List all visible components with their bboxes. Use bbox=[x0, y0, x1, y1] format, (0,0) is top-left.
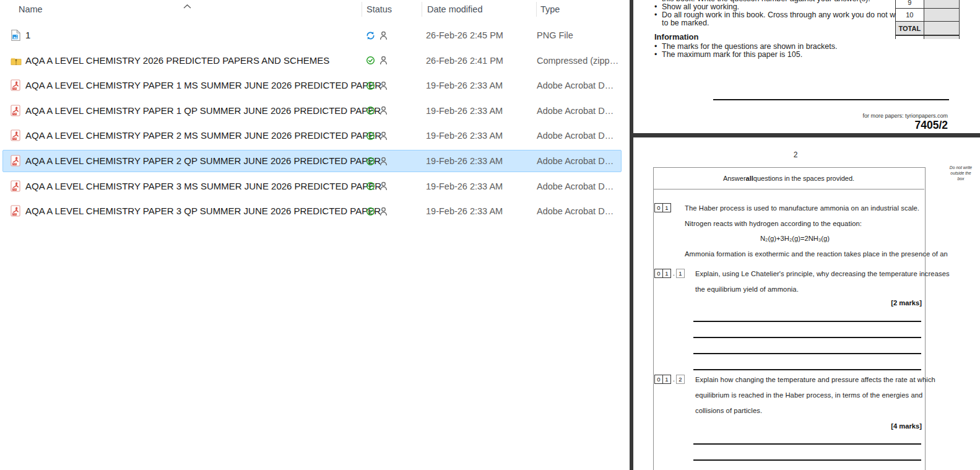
q01-2-line2: equilibrium is reached in the Haber proc… bbox=[695, 391, 922, 399]
file-date-modified: 19-Feb-26 2:33 AM bbox=[426, 150, 503, 172]
shared-person-icon bbox=[379, 181, 388, 191]
marks-total-value bbox=[924, 22, 959, 36]
file-row[interactable]: PDF AQA A LEVEL CHEMISTRY PAPER 1 MS SUM… bbox=[2, 74, 622, 97]
marks-table-stub bbox=[896, 35, 924, 39]
q01-line2: Nitrogen reacts with hydrogen according … bbox=[685, 220, 862, 227]
marks-row-label: 9 bbox=[896, 0, 924, 9]
column-header-status[interactable]: Status bbox=[366, 0, 392, 19]
file-date-modified: 19-Feb-26 2:33 AM bbox=[426, 75, 503, 96]
pdf-preview-pane[interactable]: this book. Write the question number aga… bbox=[630, 0, 980, 470]
pdf-file-icon: PDF bbox=[11, 105, 20, 116]
file-row[interactable]: AQA A LEVEL CHEMISTRY 2026 PREDICTED PAP… bbox=[2, 50, 622, 72]
sync-icon bbox=[366, 31, 375, 40]
paper-code: 7405/2 bbox=[713, 119, 948, 132]
file-type-icon: PDF bbox=[11, 79, 22, 92]
png-file-icon bbox=[11, 29, 21, 41]
bullet: • bbox=[654, 42, 657, 51]
question-subdigit: 1 bbox=[676, 269, 685, 278]
file-type-icon bbox=[11, 54, 22, 67]
file-type: Adobe Acrobat D… bbox=[537, 75, 614, 96]
instruction-bullet-1: Show all your working. bbox=[662, 2, 739, 11]
column-separator[interactable] bbox=[536, 2, 537, 17]
file-name: AQA A LEVEL CHEMISTRY PAPER 2 MS SUMMER … bbox=[25, 125, 381, 146]
file-status bbox=[366, 100, 388, 121]
file-name: AQA A LEVEL CHEMISTRY PAPER 2 QP SUMMER … bbox=[25, 150, 381, 172]
file-type-icon bbox=[11, 29, 22, 41]
question-digit: 1 bbox=[662, 375, 671, 384]
file-row[interactable]: PDF AQA A LEVEL CHEMISTRY PAPER 2 QP SUM… bbox=[2, 150, 622, 172]
file-type-icon: PDF bbox=[11, 180, 22, 193]
info-bullet-1: The marks for the questions are shown in… bbox=[662, 42, 837, 51]
margin-note-line: box bbox=[942, 176, 979, 181]
zip-folder-icon bbox=[11, 56, 22, 66]
file-type: Compressed (zipp… bbox=[537, 50, 618, 71]
margin-note-line: outside the bbox=[942, 170, 979, 176]
marks-row-label: 10 bbox=[896, 9, 924, 22]
synced-check-icon bbox=[366, 81, 375, 90]
file-row[interactable]: PDF AQA A LEVEL CHEMISTRY PAPER 3 QP SUM… bbox=[2, 200, 622, 222]
synced-check-icon bbox=[366, 106, 375, 115]
chemical-equation: N₂(g)+3H₂(g)=2NH₃(g) bbox=[685, 235, 905, 242]
question-dot: . bbox=[673, 270, 675, 277]
file-status bbox=[366, 75, 388, 96]
svg-text:PDF: PDF bbox=[13, 137, 17, 140]
q01-2-line1: Explain how changing the temperature and… bbox=[695, 376, 935, 383]
column-separator[interactable] bbox=[362, 2, 362, 17]
marks-row-value bbox=[924, 9, 959, 22]
q01-1-line1: Explain, using Le Chatelier's principle,… bbox=[695, 270, 950, 277]
column-separator[interactable] bbox=[422, 2, 422, 17]
information-heading: Information bbox=[654, 32, 699, 41]
synced-check-icon bbox=[366, 181, 375, 191]
file-row[interactable]: PDF AQA A LEVEL CHEMISTRY PAPER 2 MS SUM… bbox=[2, 124, 622, 147]
answer-line bbox=[693, 459, 921, 461]
marks-row-value bbox=[924, 0, 959, 9]
answer-line bbox=[693, 443, 921, 445]
file-name: AQA A LEVEL CHEMISTRY PAPER 3 MS SUMMER … bbox=[25, 176, 381, 197]
file-row[interactable]: PDF AQA A LEVEL CHEMISTRY PAPER 1 QP SUM… bbox=[2, 100, 622, 122]
file-row[interactable]: PDF AQA A LEVEL CHEMISTRY PAPER 3 MS SUM… bbox=[2, 175, 622, 198]
file-date-modified: 19-Feb-26 2:33 AM bbox=[426, 125, 503, 146]
header-text-bold: all bbox=[746, 175, 753, 182]
column-header-name[interactable]: Name bbox=[19, 0, 43, 19]
examiner-marks-table: 9 10 TOTAL bbox=[895, 0, 960, 39]
marks-label: [2 marks] bbox=[695, 299, 922, 307]
file-status bbox=[366, 125, 388, 146]
synced-check-icon bbox=[366, 207, 375, 216]
file-date-modified: 26-Feb-26 2:41 PM bbox=[426, 50, 503, 71]
pdf-file-icon: PDF bbox=[11, 180, 20, 192]
file-type: Adobe Acrobat D… bbox=[537, 125, 614, 146]
question-digit: 0 bbox=[654, 203, 663, 212]
shared-person-icon bbox=[379, 157, 388, 166]
page-number: 2 bbox=[653, 150, 938, 159]
instruction-bullet-2: Do all rough work in this book. Cross th… bbox=[662, 11, 906, 19]
file-name: AQA A LEVEL CHEMISTRY PAPER 1 MS SUMMER … bbox=[25, 75, 381, 96]
question-digit: 0 bbox=[654, 375, 663, 384]
file-status bbox=[366, 50, 388, 71]
file-status bbox=[366, 25, 388, 46]
synced-check-icon bbox=[366, 56, 375, 65]
file-date-modified: 19-Feb-26 2:33 AM bbox=[426, 176, 503, 197]
column-header-date[interactable]: Date modified bbox=[427, 0, 482, 19]
question-subdigit: 2 bbox=[676, 375, 685, 384]
do-not-write-note: Do not write outside the box bbox=[942, 165, 979, 181]
question-digit: 1 bbox=[662, 269, 671, 278]
marks-table-stub bbox=[924, 35, 959, 39]
marks-total-label: TOTAL bbox=[896, 22, 924, 36]
info-bullet-2: The maximum mark for this paper is 105. bbox=[662, 50, 802, 59]
file-type: PNG File bbox=[537, 25, 573, 46]
pdf-file-icon: PDF bbox=[11, 129, 20, 141]
bullet: • bbox=[654, 2, 657, 11]
margin-note-line: Do not write bbox=[942, 165, 979, 170]
file-row[interactable]: 1 26-Feb-26 2:45 PM PNG File bbox=[2, 24, 622, 46]
question-number-01: 0 1 bbox=[654, 203, 671, 212]
file-type-icon: PDF bbox=[11, 105, 22, 117]
file-type: Adobe Acrobat D… bbox=[537, 100, 614, 121]
column-header-type[interactable]: Type bbox=[540, 0, 560, 19]
marks-label: [4 marks] bbox=[695, 422, 922, 430]
file-explorer-pane: Name Status Date modified Type 1 26-Feb-… bbox=[0, 0, 622, 470]
file-type: Adobe Acrobat D… bbox=[537, 150, 614, 172]
question-digit: 0 bbox=[654, 269, 663, 278]
file-name: AQA A LEVEL CHEMISTRY PAPER 3 QP SUMMER … bbox=[25, 201, 381, 222]
file-name: 1 bbox=[25, 25, 30, 46]
footer-note: for more papers: tyrionpapers.com bbox=[713, 113, 948, 119]
